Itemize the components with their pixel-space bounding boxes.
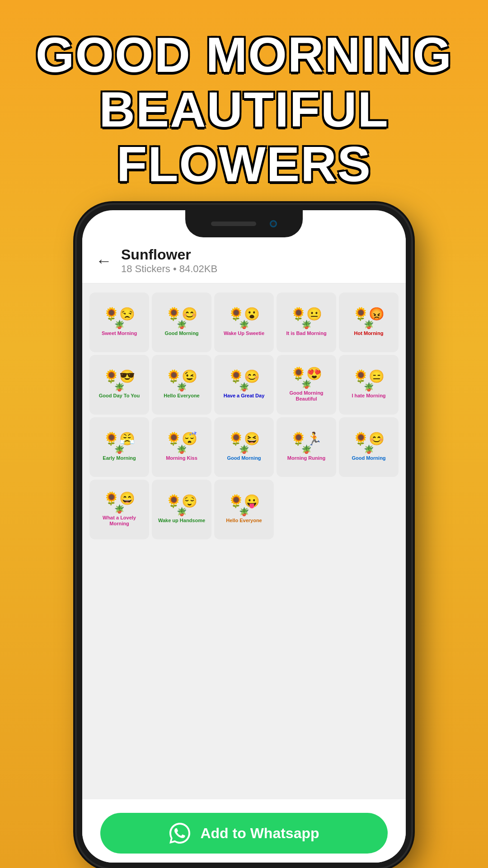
page-title-block: GOOD MORNING BEAUTIFUL FLOWERS (0, 27, 488, 191)
page-title-line2: BEAUTIFUL FLOWERS (0, 82, 488, 191)
sticker-item[interactable]: 🌻😊🪴Have a Great Day (214, 355, 274, 415)
pack-subtitle: 18 Stickers • 84.02KB (121, 263, 217, 275)
sticker-item[interactable]: 🌻😴🪴Morning Kiss (152, 417, 211, 477)
app-header: ← Sunflower 18 Stickers • 84.02KB (82, 238, 406, 283)
sticker-item[interactable]: 🌻😐🪴It is Bad Morning (277, 292, 336, 352)
sticker-label: Good Morning (164, 330, 198, 336)
sticker-item[interactable]: 🌻😌🪴Wake up Handsome (152, 480, 211, 539)
sticker-item[interactable]: 🌻😉🪴Hello Everyone (152, 355, 211, 415)
sticker-label: Early Morning (103, 455, 136, 461)
add-button-container: Add to Whatsapp (82, 804, 406, 863)
sticker-label: What a Lovely Morning (92, 515, 146, 527)
back-button[interactable]: ← (96, 251, 112, 270)
sticker-item[interactable]: 🌻😡🪴Hot Morning (339, 292, 399, 352)
sticker-label: Wake Up Sweetie (224, 330, 264, 336)
sticker-label: Good Morning Beautiful (279, 390, 333, 402)
sticker-label: Hot Morning (354, 330, 384, 336)
sticker-item[interactable]: 🌻😑🪴I hate Morning (339, 355, 399, 415)
pack-title: Sunflower (121, 246, 217, 263)
sticker-label: I hate Morning (352, 393, 385, 399)
sticker-item[interactable]: 🌻😤🪴Early Morning (89, 417, 149, 477)
whatsapp-icon (169, 822, 191, 844)
sticker-item[interactable]: 🌻😊🪴Good Morning (339, 417, 399, 477)
sticker-label: It is Bad Morning (286, 330, 326, 336)
sticker-grid-container[interactable]: 🌻😒🪴Sweet Morning🌻😊🪴Good Morning🌻😮🪴Wake U… (82, 283, 406, 799)
sticker-label: Wake up Handsome (158, 518, 205, 524)
sticker-label: Morning Runing (287, 455, 325, 461)
sticker-item[interactable]: 🌻🏃🪴Morning Runing (277, 417, 336, 477)
sticker-label: Good Morning (227, 455, 261, 461)
sticker-label: Hello Everyone (226, 518, 262, 524)
sticker-label: Morning Kiss (166, 455, 197, 461)
sticker-label: Sweet Morning (102, 330, 137, 336)
sticker-item[interactable]: 🌻😒🪴Sweet Morning (89, 292, 149, 352)
phone-screen: ← Sunflower 18 Stickers • 84.02KB 🌻😒🪴Swe… (82, 210, 406, 863)
phone-frame: ← Sunflower 18 Stickers • 84.02KB 🌻😒🪴Swe… (77, 205, 411, 868)
add-to-whatsapp-button[interactable]: Add to Whatsapp (100, 813, 388, 854)
sticker-item[interactable]: 🌻😆🪴Good Morning (214, 417, 274, 477)
sticker-item[interactable]: 🌻😛🪴Hello Everyone (214, 480, 274, 539)
sticker-item[interactable]: 🌻😊🪴Good Morning (152, 292, 211, 352)
phone-notch (185, 210, 303, 237)
camera (270, 220, 277, 227)
sticker-item[interactable]: 🌻😮🪴Wake Up Sweetie (214, 292, 274, 352)
sticker-item[interactable]: 🌻😄🪴What a Lovely Morning (89, 480, 149, 539)
sticker-item[interactable]: 🌻😍🪴Good Morning Beautiful (277, 355, 336, 415)
sticker-label: Good Day To You (99, 393, 140, 399)
header-info: Sunflower 18 Stickers • 84.02KB (121, 246, 217, 275)
speaker (211, 222, 256, 226)
sticker-label: Hello Everyone (164, 393, 199, 399)
sticker-label: Have a Great Day (224, 393, 265, 399)
sticker-grid: 🌻😒🪴Sweet Morning🌻😊🪴Good Morning🌻😮🪴Wake U… (87, 292, 401, 539)
page-title-line1: GOOD MORNING (0, 27, 488, 82)
sticker-item[interactable]: 🌻😎🪴Good Day To You (89, 355, 149, 415)
sticker-label: Good Morning (352, 455, 385, 461)
add-button-label: Add to Whatsapp (200, 825, 319, 842)
